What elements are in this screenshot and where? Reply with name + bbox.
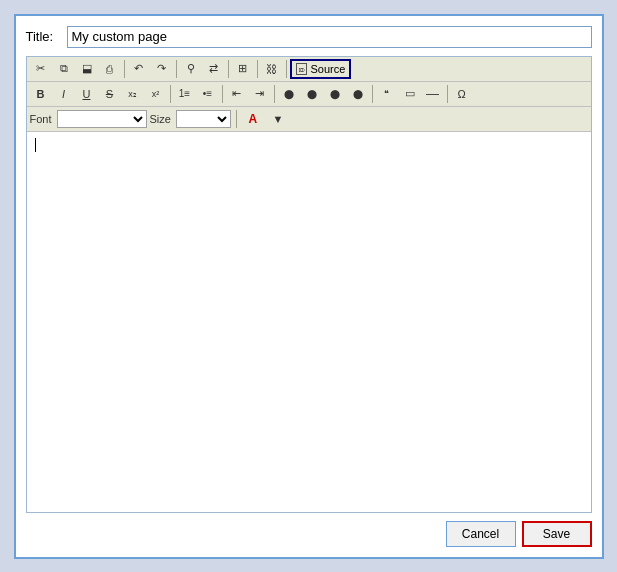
- bold-button[interactable]: B: [30, 84, 52, 104]
- separator4: [257, 60, 258, 78]
- link-button[interactable]: ⛓: [261, 59, 283, 79]
- text-color-button[interactable]: A: [242, 109, 264, 129]
- italic-button[interactable]: I: [53, 84, 75, 104]
- separator1: [124, 60, 125, 78]
- separator3: [228, 60, 229, 78]
- editor-area[interactable]: [27, 132, 591, 512]
- separator6: [170, 85, 171, 103]
- title-label: Title:: [26, 29, 61, 44]
- separator2: [176, 60, 177, 78]
- separator5: [286, 60, 287, 78]
- separator9: [372, 85, 373, 103]
- box-button[interactable]: ▭: [399, 84, 421, 104]
- size-label: Size: [150, 113, 171, 125]
- separator7: [222, 85, 223, 103]
- title-row: Title:: [26, 26, 592, 48]
- cancel-button[interactable]: Cancel: [446, 521, 516, 547]
- title-input[interactable]: [67, 26, 592, 48]
- ol-button[interactable]: 1≡: [174, 84, 196, 104]
- special-char-button[interactable]: Ω: [451, 84, 473, 104]
- align-left-button[interactable]: ⬤: [278, 84, 300, 104]
- source-label: Source: [311, 63, 346, 75]
- redo-button[interactable]: ↷: [151, 59, 173, 79]
- separator8: [274, 85, 275, 103]
- undo-button[interactable]: ↶: [128, 59, 150, 79]
- copy-button[interactable]: ⧉: [53, 59, 75, 79]
- ul-button[interactable]: •≡: [197, 84, 219, 104]
- separator10: [447, 85, 448, 103]
- toolbar-row2: B I U S x₂ x² 1≡ •≡ ⇤ ⇥ ⬤ ⬤ ⬤ ⬤ ❝ ▭ — Ω: [27, 82, 591, 107]
- toolbar-row3: Font Arial Times New Roman Courier New V…: [27, 107, 591, 132]
- separator11: [236, 110, 237, 128]
- underline-button[interactable]: U: [76, 84, 98, 104]
- indent-button[interactable]: ⇥: [249, 84, 271, 104]
- toolbar-row1: ✂ ⧉ ⬓ ⎙ ↶ ↷ ⚲ ⇄ ⊞ ⛓ ⎄ Source: [27, 57, 591, 82]
- align-right-button[interactable]: ⬤: [324, 84, 346, 104]
- bgcolor-button[interactable]: ▼: [267, 109, 289, 129]
- source-button[interactable]: ⎄ Source: [290, 59, 352, 79]
- source-icon: ⎄: [296, 63, 307, 75]
- font-label: Font: [30, 113, 52, 125]
- replace-button[interactable]: ⇄: [203, 59, 225, 79]
- subscript-button[interactable]: x₂: [122, 84, 144, 104]
- button-row: Cancel Save: [26, 521, 592, 547]
- size-select[interactable]: 8 10 12 14 16 18 24 36: [176, 110, 231, 128]
- blockquote-button[interactable]: ❝: [376, 84, 398, 104]
- align-center-button[interactable]: ⬤: [301, 84, 323, 104]
- table-button[interactable]: ⊞: [232, 59, 254, 79]
- print-button[interactable]: ⎙: [99, 59, 121, 79]
- dialog: Title: ✂ ⧉ ⬓ ⎙ ↶ ↷ ⚲ ⇄ ⊞ ⛓ ⎄ Source: [14, 14, 604, 559]
- editor-container: ✂ ⧉ ⬓ ⎙ ↶ ↷ ⚲ ⇄ ⊞ ⛓ ⎄ Source B I U S: [26, 56, 592, 513]
- cursor: [35, 138, 36, 152]
- strikethrough-button[interactable]: S: [99, 84, 121, 104]
- superscript-button[interactable]: x²: [145, 84, 167, 104]
- outdent-button[interactable]: ⇤: [226, 84, 248, 104]
- cut-button[interactable]: ✂: [30, 59, 52, 79]
- paste-button[interactable]: ⬓: [76, 59, 98, 79]
- font-select[interactable]: Arial Times New Roman Courier New Verdan…: [57, 110, 147, 128]
- align-justify-button[interactable]: ⬤: [347, 84, 369, 104]
- hr-button[interactable]: —: [422, 84, 444, 104]
- find-button[interactable]: ⚲: [180, 59, 202, 79]
- save-button[interactable]: Save: [522, 521, 592, 547]
